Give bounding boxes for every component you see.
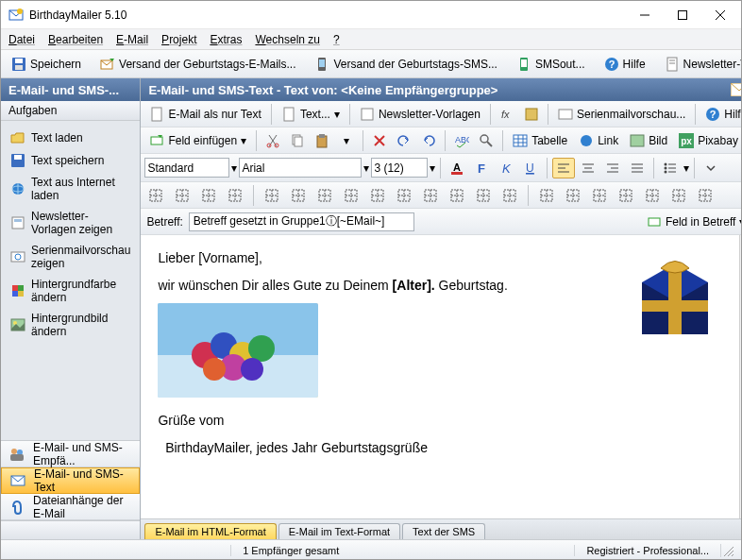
editor-area[interactable]: Lieber [Vorname], wir wünschen Dir alles… [141, 235, 742, 518]
preview-icon [10, 249, 25, 264]
border-tool-0[interactable] [144, 185, 167, 206]
border-tool-8[interactable] [366, 185, 389, 206]
text-button[interactable]: Text...▾ [277, 103, 345, 126]
send-email-button[interactable]: Versand der Geburtstags-E-Mails... [95, 53, 300, 76]
editor-line-4: BirthdayMailer, jedes Jahr Geburtstagsgr… [158, 438, 738, 458]
delete-button[interactable] [368, 130, 391, 151]
find-button[interactable] [475, 130, 497, 151]
underline-button[interactable]: U [519, 158, 542, 178]
table-button[interactable]: Tabelle [508, 129, 572, 152]
border-tool-4[interactable] [261, 185, 283, 206]
paste-button[interactable] [311, 130, 333, 151]
border-tool-6[interactable] [313, 185, 336, 206]
spellcheck-button[interactable]: ABC [450, 130, 473, 151]
tool-button[interactable] [520, 104, 543, 125]
sidebar-item-text-laden[interactable]: Text laden [5, 127, 136, 149]
border-tool-1[interactable] [171, 185, 194, 206]
nav-anhaenge[interactable]: Dateianhänge der E-Mail [1, 494, 140, 520]
border-tool-12[interactable] [472, 185, 495, 206]
save-button[interactable]: Speichern [7, 53, 86, 76]
fx-button[interactable]: fx [496, 104, 518, 125]
menu-help[interactable]: ? [333, 33, 340, 46]
fontcolor-button[interactable]: A [446, 158, 468, 178]
border-tool-14[interactable] [535, 185, 558, 206]
tab-html[interactable]: E-Mail im HTML-Format [144, 523, 276, 539]
border-tool-13[interactable] [498, 185, 521, 206]
envelope-icon [731, 83, 742, 96]
status-recipients: 1 Empfänger gesamt [230, 545, 350, 556]
font-select[interactable] [239, 158, 362, 178]
link-button[interactable]: Link [574, 129, 623, 152]
maximize-button[interactable] [664, 2, 701, 28]
sidebar-item-vorschau[interactable]: Serienmailvorschau zeigen [5, 240, 136, 274]
more-button[interactable] [700, 158, 722, 178]
tab-text[interactable]: E-Mail im Text-Format [278, 523, 400, 539]
palette-icon [10, 283, 25, 298]
sidebar-item-vorlagen[interactable]: Newsletter-Vorlagen zeigen [5, 206, 136, 240]
sidebar-item-text-speichern[interactable]: Text speichern [5, 149, 136, 172]
border-tool-15[interactable] [562, 185, 584, 206]
subject-input[interactable] [189, 212, 414, 231]
border-tool-3[interactable] [224, 185, 246, 206]
menu-wechseln[interactable]: Wechseln zu [256, 33, 320, 46]
send-sms-button[interactable]: Versand der Geburtstags-SMS... [310, 53, 501, 76]
border-tool-19[interactable] [667, 185, 690, 206]
svg-rect-40 [284, 108, 294, 121]
nav-empfaenger[interactable]: E-Mail- und SMS-Empfä... [1, 441, 140, 467]
undo-button[interactable] [393, 130, 415, 151]
align-center-button[interactable] [577, 158, 599, 178]
border-tool-7[interactable] [340, 185, 363, 206]
size-select[interactable] [371, 158, 428, 178]
border-tool-17[interactable] [615, 185, 637, 206]
bullet-list-button[interactable] [659, 158, 682, 178]
style-select[interactable] [144, 158, 229, 178]
preview-icon [558, 107, 573, 122]
menu-bearbeiten[interactable]: Bearbeiten [48, 33, 103, 46]
preview-button[interactable]: Serienmailvorschau... [553, 103, 690, 126]
border-tool-2[interactable] [197, 185, 220, 206]
templates-button[interactable]: Newsletter-Vorlagen [355, 103, 485, 126]
image-button[interactable]: Bild [625, 129, 672, 152]
menu-extras[interactable]: Extras [210, 33, 242, 46]
align-right-button[interactable] [601, 158, 624, 178]
align-left-button[interactable] [552, 158, 575, 178]
border-tool-10[interactable] [419, 185, 442, 206]
field-in-subject-button[interactable]: Feld in Betreff▾ [642, 211, 742, 233]
dropdown-icon[interactable]: ▾ [683, 161, 689, 175]
cut-button[interactable] [261, 130, 284, 151]
menu-datei[interactable]: Datei [8, 33, 35, 46]
sidebar-item-bgcolor[interactable]: Hintergrundfarbe ändern [5, 274, 136, 308]
menu-projekt[interactable]: Projekt [161, 33, 196, 46]
sidebar-item-bgimage[interactable]: Hintergrundbild ändern [5, 308, 136, 342]
tab-sms[interactable]: Text der SMS [402, 523, 485, 539]
sidebar-item-internet-laden[interactable]: Text aus Internet laden [5, 172, 136, 206]
close-button[interactable] [701, 2, 739, 28]
border-tool-20[interactable] [694, 185, 717, 206]
newsletter-button[interactable]: Newsletter-Versand-Softw [660, 53, 741, 76]
editor-line-3: Grüße vom [158, 411, 738, 431]
border-tool-11[interactable] [446, 185, 468, 206]
resize-grip[interactable] [720, 544, 735, 557]
dropdown-icon[interactable]: ▾ [430, 161, 435, 175]
help-button[interactable]: ?Hilfe [599, 53, 650, 76]
help-button-2[interactable]: ?Hilfe [700, 103, 742, 126]
italic-button[interactable]: K [495, 158, 517, 178]
border-tool-16[interactable] [588, 185, 611, 206]
align-justify-button[interactable] [626, 158, 649, 178]
smsout-button[interactable]: SMSout... [512, 53, 590, 76]
menu-email[interactable]: E-Mail [116, 33, 148, 46]
minimize-button[interactable] [626, 2, 664, 28]
pixabay-button[interactable]: pxPixabay [674, 129, 742, 152]
bold-button[interactable]: F [470, 158, 493, 178]
border-tool-9[interactable] [393, 185, 415, 206]
copy-button[interactable] [286, 130, 309, 151]
border-tool-5[interactable] [287, 185, 310, 206]
border-tool-18[interactable] [641, 185, 664, 206]
dropdown-icon[interactable]: ▾ [363, 161, 369, 175]
textonly-button[interactable]: E-Mail als nur Text [144, 103, 265, 126]
dropdown-icon[interactable]: ▾ [231, 161, 237, 175]
redo-button[interactable] [417, 130, 440, 151]
paste-dropdown[interactable]: ▾ [335, 130, 358, 151]
nav-text[interactable]: E-Mail- und SMS-Text [1, 467, 140, 494]
insertfield-button[interactable]: Feld einfügen▾ [144, 129, 251, 152]
